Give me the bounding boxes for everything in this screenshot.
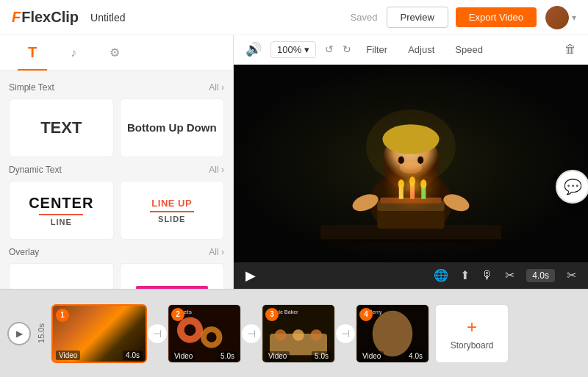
plain-text-card[interactable]: TEXT (9, 98, 114, 157)
storyboard-button[interactable]: + Storyboard (435, 304, 509, 363)
volume-icon[interactable]: 🔊 (245, 41, 262, 57)
logo-f: F (12, 9, 21, 26)
clip-connector-1[interactable]: ⊣ (147, 323, 168, 344)
center-text: CENTER (29, 195, 93, 212)
dynamic-text-label: Dynamic Text (9, 165, 62, 175)
storyboard-plus-icon: + (467, 317, 477, 337)
dynamic-text-all-link[interactable]: All (209, 165, 224, 175)
redo-icon[interactable]: ↻ (343, 43, 351, 55)
center-line-card[interactable]: CENTER LINE (9, 181, 114, 240)
timeline-duration: 15.0s (37, 323, 46, 343)
clip-2-duration: 5.0s (218, 351, 237, 361)
clip-connector-3[interactable]: ⊣ (335, 323, 356, 344)
line-text: LINE (51, 218, 72, 226)
adjust-button[interactable]: Adjust (402, 41, 440, 58)
clip-1-label: Video (56, 351, 80, 360)
play-all-icon: ▶ (16, 328, 23, 339)
play-all-button[interactable]: ▶ (7, 322, 31, 345)
clip-4-badge: 4 (359, 308, 373, 321)
overlay-section-header: Overlay All (9, 247, 224, 257)
chat-icon: 💬 (564, 178, 582, 195)
overlay-label: Overlay (9, 247, 39, 257)
main-area: T ♪ ⚙ Simple Text All TEXT Bottom Up Dow… (0, 35, 588, 289)
tab-music[interactable]: ♪ (59, 35, 88, 71)
animated-text-card[interactable]: Bottom Up Down (120, 98, 225, 157)
overlay-card-1[interactable] (9, 263, 114, 289)
scissors-icon[interactable]: ✂ (505, 268, 514, 282)
preview-button[interactable]: Preview (387, 7, 448, 28)
storyboard-label: Storyboard (451, 340, 494, 351)
clip-4-duration: 4.0s (406, 351, 426, 361)
split-icon[interactable]: ✂ (567, 268, 576, 282)
panel-tabs: T ♪ ⚙ (0, 35, 233, 71)
center-card-line (39, 214, 83, 215)
mic-icon[interactable]: 🎙 (481, 269, 493, 282)
clip-connector-2[interactable]: ⊣ (241, 323, 262, 344)
overlay-card-2[interactable] (120, 263, 225, 289)
export-button[interactable]: Export Video (456, 7, 537, 27)
globe-icon[interactable]: 🌐 (434, 268, 448, 282)
chat-bubble[interactable]: 💬 (556, 170, 588, 204)
svg-point-35 (373, 310, 413, 356)
delete-icon[interactable]: 🗑 (564, 43, 576, 56)
simple-text-all-link[interactable]: All (209, 82, 224, 93)
logo: FFlexClip (12, 9, 79, 26)
lineup-slide-card[interactable]: LINE UP SLIDE (120, 181, 225, 240)
svg-point-31 (293, 329, 304, 341)
svg-rect-21 (320, 239, 501, 243)
header: FFlexClip Untitled Saved Preview Export … (0, 0, 588, 35)
clips-container: 1 Video 4.0s ⊣ Sweets 2 Video 5.0s (51, 304, 581, 363)
zoom-value: 100% (277, 44, 301, 55)
filter-button[interactable]: Filter (360, 41, 393, 58)
overlay-cards (9, 263, 224, 289)
svg-point-24 (184, 324, 196, 336)
right-panel: 🔊 100% ▾ ↺ ↻ Filter Adjust Speed 🗑 (234, 35, 588, 289)
video-preview (234, 65, 588, 262)
dynamic-text-section-header: Dynamic Text All (9, 165, 224, 175)
svg-point-32 (311, 329, 323, 341)
svg-point-4 (382, 124, 439, 154)
zoom-dropdown-icon: ▾ (304, 44, 309, 55)
clip-3-label: Video (265, 351, 290, 361)
tab-settings[interactable]: ⚙ (100, 35, 129, 71)
clip-2[interactable]: Sweets 2 Video 5.0s (168, 304, 241, 363)
clip-1-duration: 4.0s (123, 351, 143, 360)
clip-1-badge: 1 (56, 309, 69, 322)
avatar[interactable] (545, 6, 569, 29)
clip-3-duration: 5.0s (312, 351, 331, 361)
music-tab-icon: ♪ (71, 46, 76, 60)
animated-text-label: Bottom Up Down (127, 121, 217, 134)
time-badge: 4.0s (526, 269, 555, 282)
play-button[interactable]: ▶ (245, 268, 256, 284)
timeline: ▶ 15.0s 1 Video 4.0s ⊣ Sweets (0, 289, 588, 377)
upload-icon[interactable]: ⬆ (460, 268, 470, 282)
svg-point-20 (382, 159, 442, 212)
clip-3-badge: 3 (265, 308, 279, 321)
video-toolbar: 🔊 100% ▾ ↺ ↻ Filter Adjust Speed 🗑 (234, 35, 588, 65)
plain-text-label: TEXT (40, 118, 82, 137)
tab-text[interactable]: T (18, 35, 47, 71)
zoom-select[interactable]: 100% ▾ (270, 41, 316, 58)
lineup-text: LINE UP (151, 198, 192, 209)
settings-tab-icon: ⚙ (110, 46, 120, 60)
video-area: 💬 (234, 65, 588, 262)
dynamic-text-cards: CENTER LINE LINE UP SLIDE (9, 181, 224, 240)
overlay-all-link[interactable]: All (209, 247, 224, 257)
saved-status: Saved (351, 12, 378, 23)
svg-point-30 (275, 329, 287, 341)
clip-1[interactable]: 1 Video 4.0s (51, 304, 147, 363)
left-panel: T ♪ ⚙ Simple Text All TEXT Bottom Up Dow… (0, 35, 234, 289)
simple-text-section-header: Simple Text All (9, 82, 224, 93)
speed-button[interactable]: Speed (449, 41, 489, 58)
lineup-line (150, 211, 194, 212)
project-title: Untitled (90, 12, 125, 24)
simple-text-label: Simple Text (9, 82, 54, 93)
slide-text: SLIDE (158, 215, 185, 223)
svg-point-26 (207, 332, 217, 342)
undo-icon[interactable]: ↺ (325, 43, 334, 55)
clip-4-label: Video (359, 351, 384, 361)
clip-3[interactable]: Cookie Baker 3 Video 5.0s (262, 304, 335, 363)
clip-4[interactable]: To Jerry 4 Video 4.0s (356, 304, 429, 363)
avatar-dropdown-icon[interactable]: ▾ (572, 12, 576, 23)
clip-2-badge: 2 (171, 308, 184, 321)
